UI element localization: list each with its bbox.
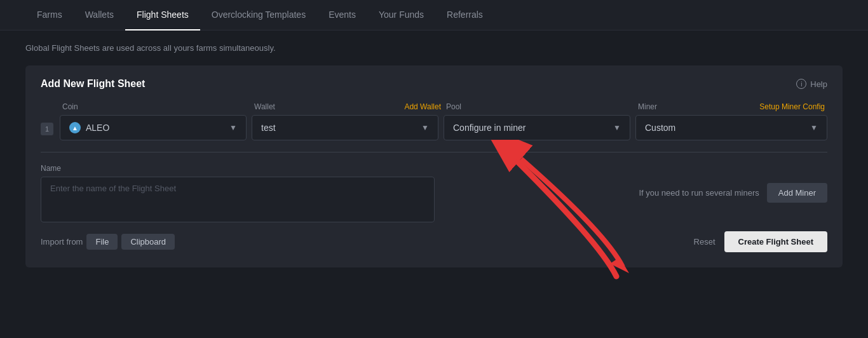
reset-button[interactable]: Reset <box>694 237 715 247</box>
import-file-button[interactable]: File <box>86 234 118 250</box>
import-left: Import from File Clipboard <box>41 234 175 250</box>
coin-icon: ▲ <box>69 122 81 133</box>
add-miner-button[interactable]: Add Miner <box>767 183 827 203</box>
coin-label: Coin <box>62 102 78 111</box>
pool-chevron-icon: ▼ <box>613 123 621 132</box>
miner-value: Custom <box>645 123 810 133</box>
import-clipboard-button[interactable]: Clipboard <box>121 234 175 250</box>
add-miner-text: If you need to run several miners <box>639 188 759 198</box>
page-description: Global Flight Sheets are used across all… <box>25 43 843 53</box>
fields-row: 1 Coin ▲ ALEO ▼ Wallet Add <box>41 102 827 140</box>
import-label: Import from <box>41 237 83 247</box>
nav-events[interactable]: Events <box>317 0 367 30</box>
coin-chevron-icon: ▼ <box>229 123 237 132</box>
bottom-row: Name Enter the name of the Flight Sheet … <box>41 164 827 222</box>
main-nav: Farms Wallets Flight Sheets Overclocking… <box>0 0 868 30</box>
setup-miner-config-button[interactable]: Setup Miner Config <box>759 102 825 111</box>
miner-label: Miner <box>638 102 657 111</box>
coin-select[interactable]: ▲ ALEO ▼ <box>60 115 247 140</box>
wallet-select[interactable]: test ▼ <box>252 115 438 140</box>
help-icon: i <box>796 79 806 89</box>
add-flight-sheet-card: Add New Flight Sheet i Help 1 Coin ▲ ALE… <box>25 65 843 267</box>
help-label: Help <box>810 79 827 89</box>
nav-flight-sheets[interactable]: Flight Sheets <box>125 0 200 30</box>
pool-select[interactable]: Configure in miner ▼ <box>444 115 630 140</box>
name-field-wrapper: Name Enter the name of the Flight Sheet <box>41 164 435 222</box>
main-content: Global Flight Sheets are used across all… <box>0 30 868 280</box>
wallet-label: Wallet <box>254 102 275 111</box>
miner-field-group: Miner Setup Miner Config Custom ▼ <box>635 102 827 140</box>
nav-your-funds[interactable]: Your Funds <box>367 0 435 30</box>
row-number: 1 <box>41 123 53 135</box>
wallet-value: test <box>261 123 421 133</box>
coin-value: ALEO <box>86 123 229 133</box>
card-header: Add New Flight Sheet i Help <box>41 78 827 90</box>
name-input-label: Name <box>41 164 435 173</box>
add-miner-area: If you need to run several miners Add Mi… <box>440 164 827 203</box>
miner-select[interactable]: Custom ▼ <box>635 115 827 140</box>
nav-referrals[interactable]: Referrals <box>435 0 494 30</box>
pool-value: Configure in miner <box>453 123 613 133</box>
card-title: Add New Flight Sheet <box>41 78 145 90</box>
miner-chevron-icon: ▼ <box>810 123 818 132</box>
nav-farms[interactable]: Farms <box>25 0 74 30</box>
nav-wallets[interactable]: Wallets <box>74 0 125 30</box>
pool-field-group: Pool Configure in miner ▼ <box>444 102 635 140</box>
nav-overclocking[interactable]: Overclocking Templates <box>200 0 317 30</box>
wallet-chevron-icon: ▼ <box>421 123 429 132</box>
create-flight-sheet-button[interactable]: Create Flight Sheet <box>724 231 827 252</box>
help-button[interactable]: i Help <box>796 79 827 89</box>
name-input[interactable]: Enter the name of the Flight Sheet <box>41 177 435 222</box>
name-placeholder: Enter the name of the Flight Sheet <box>50 184 176 193</box>
pool-label: Pool <box>446 102 461 111</box>
section-divider <box>41 152 827 152</box>
import-right: Reset Create Flight Sheet <box>694 231 827 252</box>
wallet-field-group: Wallet Add Wallet test ▼ <box>252 102 444 140</box>
coin-field-group: Coin ▲ ALEO ▼ <box>60 102 252 140</box>
import-row: Import from File Clipboard Reset Create … <box>41 231 827 252</box>
add-wallet-button[interactable]: Add Wallet <box>404 102 441 111</box>
